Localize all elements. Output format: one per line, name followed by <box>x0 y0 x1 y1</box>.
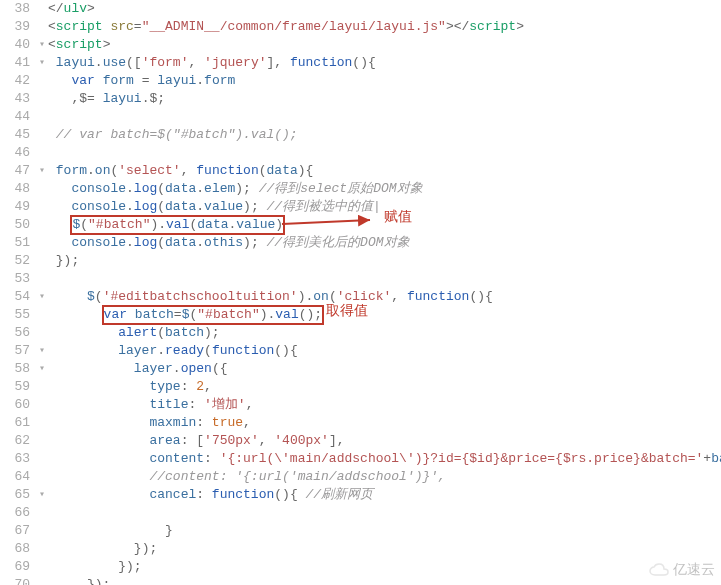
line-number: 67 <box>0 522 36 540</box>
line-number: 44 <box>0 108 36 126</box>
code-line: 64 //content: '{:url('main/addschool')}'… <box>0 468 721 486</box>
line-number: 45 <box>0 126 36 144</box>
code-line: 51 console.log(data.othis); //得到美化后的DOM对… <box>0 234 721 252</box>
cloud-icon <box>649 563 669 577</box>
code-content: }); <box>48 558 721 576</box>
code-line: 45 // var batch=$("#batch").val(); <box>0 126 721 144</box>
line-number: 50 <box>0 216 36 234</box>
line-number: 42 <box>0 72 36 90</box>
line-number: 40 <box>0 36 36 54</box>
line-number: 49 <box>0 198 36 216</box>
code-content: }); <box>48 540 721 558</box>
code-line: 39<script src="__ADMIN__/common/frame/la… <box>0 18 721 36</box>
code-line: 44 <box>0 108 721 126</box>
line-number: 52 <box>0 252 36 270</box>
code-content: title: '增加', <box>48 396 721 414</box>
code-content: </ulv> <box>48 0 721 18</box>
code-content: }); <box>48 252 721 270</box>
code-content: console.log(data.elem); //得到select原始DOM对… <box>48 180 721 198</box>
fold-icon[interactable]: ▾ <box>36 360 48 378</box>
line-number: 58 <box>0 360 36 378</box>
fold-icon[interactable]: ▾ <box>36 288 48 306</box>
code-content: var batch=$("#batch").val(); <box>48 306 721 324</box>
line-number: 43 <box>0 90 36 108</box>
code-line: 68 }); <box>0 540 721 558</box>
line-number: 64 <box>0 468 36 486</box>
code-line: 42 var form = layui.form <box>0 72 721 90</box>
line-number: 60 <box>0 396 36 414</box>
code-line: 46 <box>0 144 721 162</box>
fold-icon[interactable]: ▾ <box>36 36 48 54</box>
fold-icon[interactable]: ▾ <box>36 486 48 504</box>
code-content: var form = layui.form <box>48 72 721 90</box>
code-content: $('#editbatchschooltuition').on('click',… <box>48 288 721 306</box>
code-line: 67 } <box>0 522 721 540</box>
code-line: 69 }); <box>0 558 721 576</box>
code-line: 52 }); <box>0 252 721 270</box>
line-number: 57 <box>0 342 36 360</box>
line-number: 66 <box>0 504 36 522</box>
fold-icon[interactable]: ▾ <box>36 54 48 72</box>
line-number: 41 <box>0 54 36 72</box>
code-line: 56 alert(batch); <box>0 324 721 342</box>
code-content: alert(batch); <box>48 324 721 342</box>
code-editor: 38</ulv>39<script src="__ADMIN__/common/… <box>0 0 721 585</box>
code-content: }); <box>48 576 721 585</box>
code-content: <script src="__ADMIN__/common/frame/layu… <box>48 18 721 36</box>
line-number: 65 <box>0 486 36 504</box>
code-line: 50 $("#batch").val(data.value) <box>0 216 721 234</box>
line-number: 69 <box>0 558 36 576</box>
line-number: 48 <box>0 180 36 198</box>
line-number: 59 <box>0 378 36 396</box>
annotation-label: 赋值 <box>384 208 412 226</box>
fold-icon[interactable]: ▾ <box>36 342 48 360</box>
code-line: 43 ,$= layui.$; <box>0 90 721 108</box>
code-line: 60 title: '增加', <box>0 396 721 414</box>
code-line: 65▾ cancel: function(){ //刷新网页 <box>0 486 721 504</box>
code-line: 57▾ layer.ready(function(){ <box>0 342 721 360</box>
code-content: //content: '{:url('main/addschool')}', <box>48 468 721 486</box>
line-number: 56 <box>0 324 36 342</box>
code-content: console.log(data.othis); //得到美化后的DOM对象 <box>48 234 721 252</box>
code-content: maxmin: true, <box>48 414 721 432</box>
line-number: 46 <box>0 144 36 162</box>
line-number: 47 <box>0 162 36 180</box>
watermark-text: 亿速云 <box>673 561 715 579</box>
annotation-label: 取得值 <box>326 302 368 320</box>
code-content: cancel: function(){ //刷新网页 <box>48 486 721 504</box>
line-number: 68 <box>0 540 36 558</box>
fold-icon[interactable]: ▾ <box>36 162 48 180</box>
code-line: 49 console.log(data.value); //得到被选中的值| <box>0 198 721 216</box>
code-content: type: 2, <box>48 378 721 396</box>
code-line: 62 area: ['750px', '400px'], <box>0 432 721 450</box>
line-number: 55 <box>0 306 36 324</box>
code-content: layer.open({ <box>48 360 721 378</box>
code-line: 40▾<script> <box>0 36 721 54</box>
watermark: 亿速云 <box>649 561 715 579</box>
code-line: 48 console.log(data.elem); //得到select原始D… <box>0 180 721 198</box>
code-content: // var batch=$("#batch").val(); <box>48 126 721 144</box>
code-content: <script> <box>48 36 721 54</box>
line-number: 54 <box>0 288 36 306</box>
line-number: 39 <box>0 18 36 36</box>
code-line: 47▾ form.on('select', function(data){ <box>0 162 721 180</box>
code-content: } <box>48 522 721 540</box>
code-content: content: '{:url(\'main/addschool\')}?id=… <box>48 450 721 468</box>
code-line: 70 }); <box>0 576 721 585</box>
line-number: 63 <box>0 450 36 468</box>
line-number: 53 <box>0 270 36 288</box>
code-content: form.on('select', function(data){ <box>48 162 721 180</box>
code-content: area: ['750px', '400px'], <box>48 432 721 450</box>
line-number: 51 <box>0 234 36 252</box>
code-line: 41▾ layui.use(['form', 'jquery'], functi… <box>0 54 721 72</box>
line-number: 62 <box>0 432 36 450</box>
code-line: 38</ulv> <box>0 0 721 18</box>
code-line: 53 <box>0 270 721 288</box>
code-line: 59 type: 2, <box>0 378 721 396</box>
code-content: layer.ready(function(){ <box>48 342 721 360</box>
line-number: 61 <box>0 414 36 432</box>
code-content: ,$= layui.$; <box>48 90 721 108</box>
code-line: 63 content: '{:url(\'main/addschool\')}?… <box>0 450 721 468</box>
code-content: layui.use(['form', 'jquery'], function()… <box>48 54 721 72</box>
line-number: 70 <box>0 576 36 585</box>
